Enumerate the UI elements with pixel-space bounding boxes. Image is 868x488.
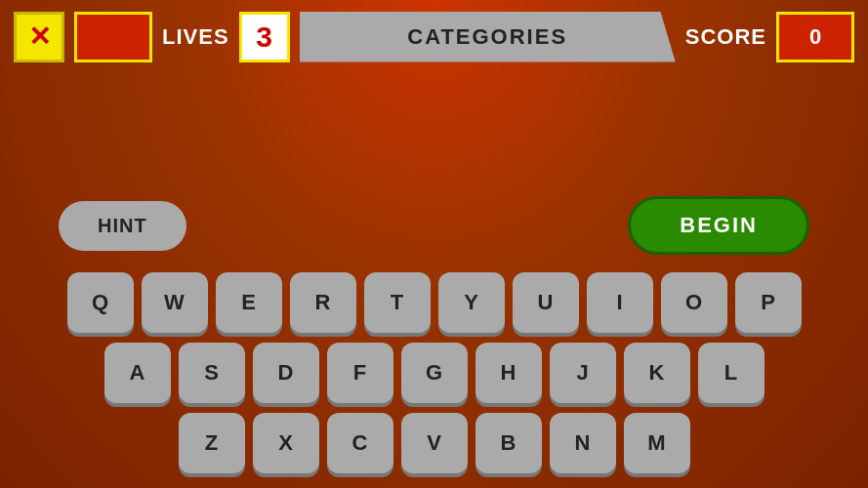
- key-R[interactable]: R: [290, 272, 356, 333]
- key-T[interactable]: T: [364, 272, 431, 333]
- main-area: HINT BEGIN QWERTYUIOP ASDFGHJKL ZXCVBNM: [0, 73, 868, 488]
- key-J[interactable]: J: [550, 343, 616, 403]
- score-label: SCORE: [685, 24, 766, 50]
- key-P[interactable]: P: [735, 272, 802, 333]
- key-H[interactable]: H: [475, 343, 542, 403]
- header: ✕ LIVES 3 CATEGORIES SCORE 0: [0, 0, 868, 73]
- key-N[interactable]: N: [550, 413, 616, 473]
- key-B[interactable]: B: [475, 413, 542, 473]
- lives-label: LIVES: [162, 24, 229, 50]
- key-G[interactable]: G: [401, 343, 468, 403]
- key-O[interactable]: O: [661, 272, 727, 333]
- key-I[interactable]: I: [587, 272, 653, 333]
- categories-button[interactable]: CATEGORIES: [300, 12, 676, 62]
- keyboard: QWERTYUIOP ASDFGHJKL ZXCVBNM: [29, 272, 839, 473]
- key-Y[interactable]: Y: [438, 272, 505, 333]
- close-button[interactable]: ✕: [14, 12, 64, 62]
- lives-count: 3: [239, 12, 290, 62]
- key-D[interactable]: D: [253, 343, 319, 403]
- red-box-left: [74, 12, 152, 62]
- key-L[interactable]: L: [698, 343, 765, 403]
- key-Q[interactable]: Q: [67, 272, 134, 333]
- key-V[interactable]: V: [401, 413, 468, 473]
- begin-button[interactable]: BEGIN: [628, 196, 809, 255]
- key-W[interactable]: W: [142, 272, 208, 333]
- action-row: HINT BEGIN: [29, 196, 839, 255]
- key-F[interactable]: F: [327, 343, 393, 403]
- key-E[interactable]: E: [216, 272, 282, 333]
- key-X[interactable]: X: [253, 413, 319, 473]
- key-A[interactable]: A: [104, 343, 171, 403]
- keyboard-row-3: ZXCVBNM: [179, 413, 690, 473]
- keyboard-row-2: ASDFGHJKL: [104, 343, 765, 403]
- key-M[interactable]: M: [624, 413, 690, 473]
- hint-button[interactable]: HINT: [59, 201, 186, 251]
- key-Z[interactable]: Z: [179, 413, 245, 473]
- key-S[interactable]: S: [179, 343, 245, 403]
- key-U[interactable]: U: [513, 272, 579, 333]
- score-value: 0: [776, 12, 854, 62]
- key-C[interactable]: C: [327, 413, 393, 473]
- key-K[interactable]: K: [624, 343, 690, 403]
- keyboard-row-1: QWERTYUIOP: [67, 272, 802, 333]
